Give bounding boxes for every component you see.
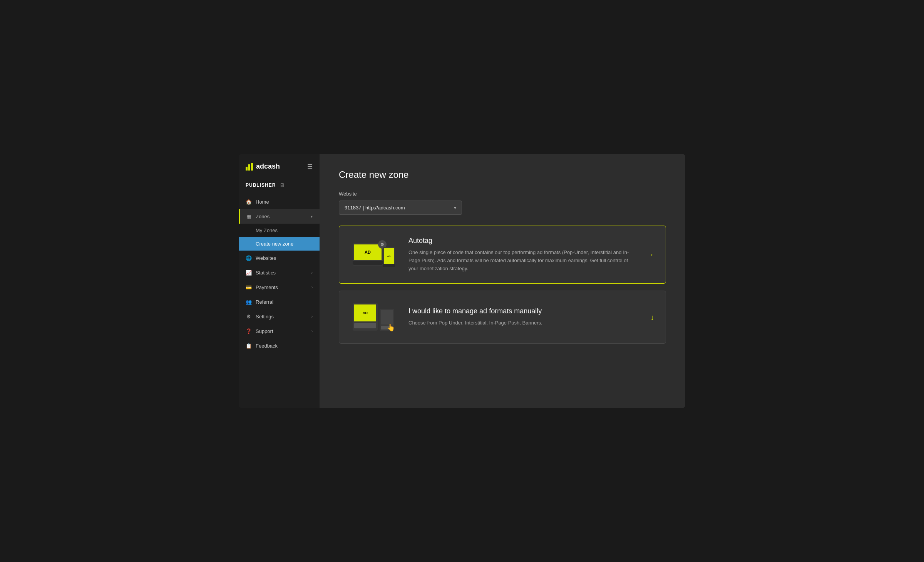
autotag-content: Autotag One single piece of code that co… — [408, 237, 635, 273]
my-zones-label: My Zones — [256, 227, 278, 233]
website-dropdown-value: 911837 | http://adcash.com — [345, 205, 405, 211]
manual-title: I would like to manage ad formats manual… — [408, 307, 639, 315]
manual-description: Choose from Pop Under, Interstitial, In-… — [408, 319, 632, 327]
sidebar-item-support[interactable]: ❓ Support › — [239, 324, 320, 338]
autotag-card[interactable]: AD ⚙ AD — [339, 226, 666, 284]
chevron-right-icon: › — [311, 271, 313, 275]
sidebar-item-payments[interactable]: 💳 Payments › — [239, 280, 320, 294]
sidebar-item-settings[interactable]: ⚙ Settings › — [239, 309, 320, 324]
logo-text: adcash — [256, 162, 280, 171]
sidebar-item-zones[interactable]: ▦ Zones ▾ — [239, 209, 320, 224]
sidebar-item-label: Settings — [256, 314, 274, 319]
logo: adcash — [246, 162, 280, 171]
autotag-description: One single piece of code that contains o… — [408, 249, 632, 273]
nav-menu: 🏠 Home ▦ Zones ▾ My Zones Create new zon… — [239, 194, 320, 408]
manual-illustration: AD 👆 — [351, 302, 397, 333]
main-content: Create new zone Website 911837 | http://… — [320, 154, 685, 408]
website-label: Website — [339, 191, 666, 197]
sidebar-item-label: Home — [256, 199, 269, 205]
sidebar-item-label: Support — [256, 328, 273, 334]
chevron-right-icon: › — [311, 285, 313, 289]
sidebar-item-label: Referral — [256, 299, 273, 305]
referral-icon: 👥 — [246, 299, 252, 305]
manual-arrow: ↓ — [650, 313, 654, 322]
sidebar-item-referral[interactable]: 👥 Referral — [239, 294, 320, 309]
website-dropdown[interactable]: 911837 | http://adcash.com ▾ — [339, 201, 462, 215]
page-title: Create new zone — [339, 169, 666, 180]
sidebar: adcash ☰ PUBLISHER 🖥 🏠 Home ▦ Zones — [239, 154, 320, 408]
feedback-icon: 📋 — [246, 343, 252, 349]
manual-content: I would like to manage ad formats manual… — [408, 307, 639, 327]
payments-icon: 💳 — [246, 284, 252, 290]
autotag-title: Autotag — [408, 237, 635, 245]
sidebar-item-my-zones[interactable]: My Zones — [239, 224, 320, 237]
autotag-arrow: → — [646, 250, 654, 259]
sidebar-item-statistics[interactable]: 📈 Statistics › — [239, 265, 320, 280]
websites-icon: 🌐 — [246, 255, 252, 261]
publisher-label: PUBLISHER — [246, 182, 276, 188]
home-icon: 🏠 — [246, 199, 252, 205]
publisher-section: PUBLISHER 🖥 — [239, 179, 320, 194]
sidebar-item-create-new-zone[interactable]: Create new zone — [239, 237, 320, 251]
chevron-right-icon: › — [311, 314, 313, 319]
chevron-down-icon: ▾ — [454, 205, 456, 211]
logo-icon — [246, 163, 253, 171]
logo-area: adcash ☰ — [239, 154, 320, 179]
sidebar-item-feedback[interactable]: 📋 Feedback — [239, 338, 320, 353]
support-icon: ❓ — [246, 328, 252, 334]
sidebar-item-websites[interactable]: 🌐 Websites — [239, 251, 320, 265]
sidebar-item-label: Payments — [256, 284, 278, 290]
sidebar-item-label: Statistics — [256, 270, 276, 276]
autotag-illustration: AD ⚙ AD — [351, 239, 397, 270]
sidebar-item-label: Zones — [256, 214, 270, 219]
hamburger-icon[interactable]: ☰ — [307, 163, 313, 170]
sidebar-item-home[interactable]: 🏠 Home — [239, 194, 320, 209]
sidebar-item-label: Websites — [256, 255, 276, 261]
chevron-right-icon: › — [311, 329, 313, 333]
zones-icon: ▦ — [246, 213, 252, 219]
settings-icon: ⚙ — [246, 313, 252, 319]
manual-card[interactable]: AD 👆 I would like to manage ad formats m… — [339, 291, 666, 344]
create-new-zone-label: Create new zone — [256, 241, 293, 247]
zones-submenu: My Zones Create new zone — [239, 224, 320, 251]
statistics-icon: 📈 — [246, 269, 252, 276]
chevron-down-icon: ▾ — [311, 214, 313, 219]
publisher-icon: 🖥 — [280, 182, 285, 188]
sidebar-item-label: Feedback — [256, 343, 278, 349]
